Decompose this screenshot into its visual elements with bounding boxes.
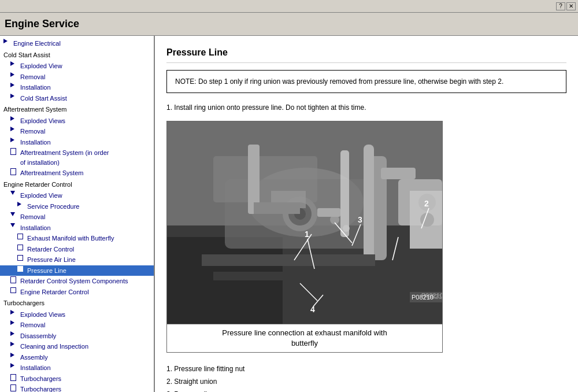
sidebar-label: Service Procedure xyxy=(27,202,80,212)
sidebar-label: Aftertreatment System (in orderof instal… xyxy=(20,148,109,167)
sidebar-label: Engine Retarder Control xyxy=(20,287,89,297)
sidebar-item-service-procedure[interactable]: Service Procedure xyxy=(0,201,154,212)
sidebar-item-retarder-control-system[interactable]: Retarder Control System Components xyxy=(0,276,154,287)
sidebar-item-turbochargers-doc[interactable]: Turbochargers xyxy=(0,373,154,384)
sidebar-label: Removal xyxy=(20,320,45,330)
sidebar-item-removal-4[interactable]: Removal xyxy=(0,320,154,331)
sidebar-label: Installation xyxy=(20,83,51,93)
sidebar-item-engine-retarder-2[interactable]: Engine Retarder Control xyxy=(0,287,154,298)
arrow-down-icon xyxy=(10,212,18,216)
sidebar-label: Exploded Views xyxy=(20,116,65,126)
image-container: P08210 P08210 2 3 1 4 xyxy=(166,121,443,353)
help-button[interactable]: ? xyxy=(556,2,565,10)
svg-text:4: 4 xyxy=(310,305,315,314)
sidebar-item-retarder-control[interactable]: Retarder Control xyxy=(0,244,154,255)
sidebar-label: Turbochargers xyxy=(20,384,61,392)
sidebar-item-exploded-view-1[interactable]: Exploded View xyxy=(0,61,154,72)
sidebar-item-assembly[interactable]: Assembly xyxy=(0,352,154,363)
parts-item-2: 2. Straight union xyxy=(166,376,566,389)
sidebar-item-removal-2[interactable]: Removal xyxy=(0,126,154,137)
sidebar-scroll: Engine Electrical Cold Start Assist Expl… xyxy=(0,36,154,392)
sidebar-label: Retarder Control System Components xyxy=(20,276,128,286)
sidebar-label: Exploded View xyxy=(20,191,62,201)
sidebar-label: Exhaust Manifold with Butterfly xyxy=(27,234,114,243)
title-bar: ? ✕ xyxy=(0,0,578,13)
sidebar-item-installation-1[interactable]: Installation xyxy=(0,82,154,93)
svg-rect-23 xyxy=(254,202,300,214)
arrow-icon xyxy=(10,363,18,368)
square-icon xyxy=(17,245,25,250)
sidebar-item-aftertreatment-2[interactable]: Aftertreatment System xyxy=(0,168,154,179)
sidebar-label: Retarder Control xyxy=(27,245,74,254)
sidebar-label: Installation xyxy=(20,138,51,147)
main-layout: Engine Electrical Cold Start Assist Expl… xyxy=(0,36,578,392)
sidebar-item-aftertreatment[interactable]: Aftertreatment System xyxy=(0,103,154,116)
sidebar-item-cleaning-inspection[interactable]: Cleaning and Inspection xyxy=(0,341,154,352)
parts-item-1: 1. Pressure line fitting nut xyxy=(166,363,566,376)
sidebar-label: Installation xyxy=(20,223,51,233)
doc-icon xyxy=(10,276,18,283)
arrow-icon xyxy=(10,353,18,357)
svg-rect-19 xyxy=(340,150,349,237)
app-header: Engine Service xyxy=(0,13,578,36)
caption-line2: butterfly xyxy=(291,339,318,347)
step1-text: 1. Install ring union onto pressure line… xyxy=(166,102,566,113)
svg-text:2: 2 xyxy=(424,199,429,208)
sidebar-item-turbochargers-doc2[interactable]: Turbochargers xyxy=(0,384,154,392)
svg-rect-24 xyxy=(202,254,375,266)
caption-line1: Pressure line connection at exhaust mani… xyxy=(222,328,387,337)
sidebar-item-exploded-view-3[interactable]: Exploded View xyxy=(0,190,154,201)
sidebar-item-pressure-line[interactable]: Pressure Line xyxy=(0,265,154,276)
arrow-icon xyxy=(10,116,18,121)
sidebar-label: Pressure Air Line xyxy=(27,255,76,265)
sidebar-item-aftertreatment-order[interactable]: Aftertreatment System (in orderof instal… xyxy=(0,147,154,168)
arrow-icon xyxy=(10,94,18,98)
sidebar-item-engine-electrical[interactable]: Engine Electrical xyxy=(0,38,154,49)
arrow-icon xyxy=(10,72,18,77)
close-button[interactable]: ✕ xyxy=(566,2,576,10)
svg-rect-9 xyxy=(364,145,374,260)
square-icon xyxy=(17,266,25,272)
svg-point-18 xyxy=(420,213,434,227)
sidebar-item-disassembly[interactable]: Disassembly xyxy=(0,331,154,342)
arrow-down-icon xyxy=(10,191,18,195)
image-caption: Pressure line connection at exhaust mani… xyxy=(167,324,442,352)
sidebar-item-installation-2[interactable]: Installation xyxy=(0,137,154,148)
arrow-icon xyxy=(3,39,12,43)
svg-rect-25 xyxy=(213,272,352,280)
sidebar-item-pressure-air-line[interactable]: Pressure Air Line xyxy=(0,254,154,265)
arrow-down-icon xyxy=(10,223,18,227)
sidebar-item-cold-start-assist[interactable]: Cold Start Assist xyxy=(0,49,154,61)
arrow-icon xyxy=(10,127,18,131)
svg-text:P08210: P08210 xyxy=(412,294,433,301)
doc-icon xyxy=(10,384,18,391)
sidebar-label: Pressure Line xyxy=(27,266,66,276)
arrow-icon xyxy=(10,310,18,315)
arrow-icon xyxy=(10,342,18,346)
app-title: Engine Service xyxy=(5,18,79,30)
sidebar-item-removal-3[interactable]: Removal xyxy=(0,212,154,223)
note-box: NOTE: Do step 1 only if ring union was p… xyxy=(166,70,566,93)
sidebar-label: Removal xyxy=(20,127,45,136)
sidebar-item-exploded-views-2[interactable]: Exploded Views xyxy=(0,116,154,127)
sidebar-item-removal-1[interactable]: Removal xyxy=(0,72,154,83)
square-icon xyxy=(17,234,25,239)
sidebar-item-turbochargers[interactable]: Turbochargers xyxy=(0,297,154,309)
sidebar-label: Removal xyxy=(20,72,45,82)
engine-image: P08210 P08210 2 3 1 4 xyxy=(167,121,442,324)
sidebar-item-exhaust-manifold[interactable]: Exhaust Manifold with Butterfly xyxy=(0,233,154,244)
content-area: Pressure Line NOTE: Do step 1 only if ri… xyxy=(155,36,578,392)
parts-item-3: 3. Pressure line xyxy=(166,389,566,392)
svg-text:1: 1 xyxy=(305,230,309,239)
sidebar-item-cold-start-2[interactable]: Cold Start Assist xyxy=(0,93,154,104)
arrow-icon xyxy=(10,331,18,336)
sidebar-label: Aftertreatment System xyxy=(20,168,83,178)
sidebar[interactable]: Engine Electrical Cold Start Assist Expl… xyxy=(0,36,155,392)
sidebar-item-engine-retarder[interactable]: Engine Retarder Control xyxy=(0,179,154,191)
engine-svg: P08210 P08210 2 3 1 4 xyxy=(167,121,442,324)
arrow-icon xyxy=(10,320,18,325)
svg-text:3: 3 xyxy=(358,215,362,224)
sidebar-item-installation-4[interactable]: Installation xyxy=(0,363,154,373)
sidebar-item-installation-3[interactable]: Installation xyxy=(0,223,154,234)
sidebar-item-exploded-views-3[interactable]: Exploded Views xyxy=(0,309,154,320)
